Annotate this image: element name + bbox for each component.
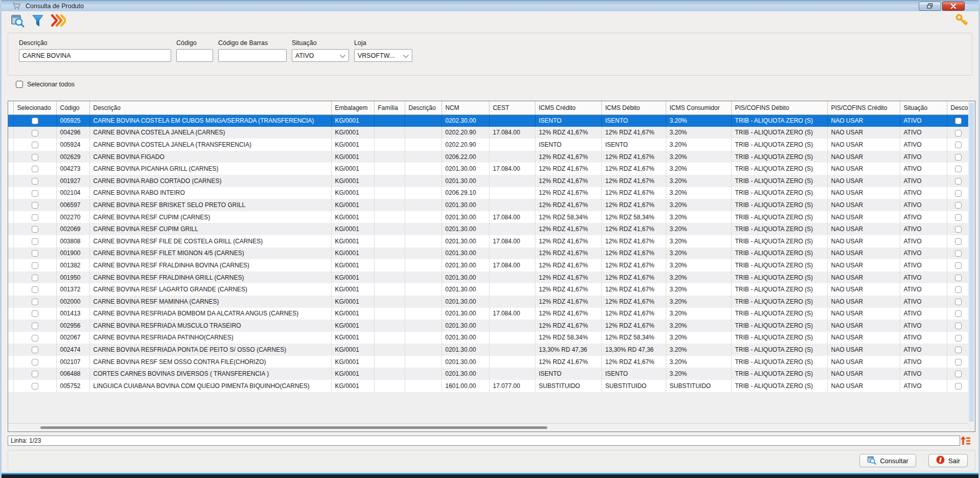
table-row[interactable]: 005752LINGUICA CUIABANA BOVINA COM QUEIJ… xyxy=(8,380,969,392)
descontinuado-checkbox[interactable] xyxy=(955,142,962,148)
row-select-checkbox[interactable] xyxy=(32,275,38,281)
situacao-select[interactable]: ATIVO xyxy=(292,49,349,62)
descontinuado-checkbox[interactable] xyxy=(955,286,962,293)
table-row[interactable]: 002956CARNE BOVINA RESFRIADA MUSCULO TRA… xyxy=(8,320,969,332)
row-select-checkbox[interactable] xyxy=(32,142,38,148)
key-button[interactable] xyxy=(954,13,969,29)
table-row[interactable]: 002629CARNE BOVINA FIGADOKG/00010206.22.… xyxy=(8,151,969,163)
descontinuado-checkbox[interactable] xyxy=(955,299,962,305)
consultar-button[interactable]: Consultar xyxy=(859,454,916,467)
table-row[interactable]: 002107CARNE BOVINA RESF SEM OSSO CONTRA … xyxy=(8,356,969,368)
restore-button[interactable] xyxy=(919,2,941,11)
descontinuado-checkbox[interactable] xyxy=(955,214,962,221)
descricao-input[interactable] xyxy=(19,49,171,62)
descontinuado-checkbox[interactable] xyxy=(955,323,962,329)
descontinuado-checkbox[interactable] xyxy=(955,166,962,172)
column-header-0[interactable]: Selecionado xyxy=(13,101,56,115)
vertical-scrollbar[interactable] xyxy=(968,102,974,423)
descontinuado-checkbox[interactable] xyxy=(955,310,962,317)
descontinuado-checkbox[interactable] xyxy=(955,238,962,245)
row-select-checkbox[interactable] xyxy=(32,226,38,233)
descontinuado-checkbox[interactable] xyxy=(955,335,962,342)
descontinuado-checkbox[interactable] xyxy=(955,250,962,257)
column-header-3[interactable]: Embalagem xyxy=(331,101,374,115)
scroll-top-button[interactable] xyxy=(960,435,971,446)
row-select-checkbox[interactable] xyxy=(32,371,38,377)
descontinuado-checkbox[interactable] xyxy=(955,275,962,281)
table-row[interactable]: 001950CARNE BOVINA RESF FRALDINHA GRILL … xyxy=(8,271,969,284)
table-row[interactable]: 001927CARNE BOVINA RABO CORTADO (CARNES)… xyxy=(8,175,969,187)
close-button[interactable] xyxy=(942,2,965,11)
table-row[interactable]: 002104CARNE BOVINA RABO INTEIROKG/000102… xyxy=(8,187,969,199)
horizontal-scrollbar-thumb[interactable] xyxy=(40,426,547,429)
row-select-checkbox[interactable] xyxy=(32,335,38,342)
column-header-1[interactable]: Código xyxy=(56,101,89,115)
table-row[interactable]: 004296CARNE BOVINA COSTELA JANELA (CARNE… xyxy=(8,127,969,139)
column-header-13[interactable]: Situação xyxy=(900,101,947,115)
vertical-scrollbar-thumb[interactable] xyxy=(969,103,974,422)
row-select-checkbox[interactable] xyxy=(32,238,38,245)
descontinuado-checkbox[interactable] xyxy=(955,178,962,185)
descontinuado-checkbox[interactable] xyxy=(955,190,962,197)
table-row[interactable]: 001413CARNE BOVINA RESFRIADA BOMBOM DA A… xyxy=(8,308,969,320)
table-row[interactable]: 005924CARNE BOVINA COSTELA JANELA (TRANS… xyxy=(8,139,969,151)
sair-button[interactable]: Sair xyxy=(928,454,968,467)
table-row[interactable]: 002270CARNE BOVINA RESF CUPIM (CARNES)KG… xyxy=(8,211,969,223)
codigo-input[interactable] xyxy=(176,49,213,62)
row-select-checkbox[interactable] xyxy=(32,154,38,161)
descontinuado-checkbox[interactable] xyxy=(955,202,962,209)
table-row[interactable]: 006597CARNE BOVINA RESF BRISKET SELO PRE… xyxy=(8,199,969,211)
table-row[interactable]: 001382CARNE BOVINA RESF FRALDINHA BOVINA… xyxy=(8,259,969,271)
column-header-10[interactable]: ICMS Consumidor xyxy=(666,101,731,115)
search-form-button[interactable] xyxy=(10,14,25,29)
column-header-11[interactable]: PIS/COFINS Débito xyxy=(731,101,827,115)
column-header-4[interactable]: Família xyxy=(374,101,405,115)
table-row[interactable]: 005925CARNE BOVINA COSTELA EM CUBOS MING… xyxy=(8,115,969,127)
loja-select[interactable]: VRSOFTW... xyxy=(354,49,412,62)
descontinuado-checkbox[interactable] xyxy=(955,371,962,377)
row-select-checkbox[interactable] xyxy=(32,118,38,124)
descontinuado-checkbox[interactable] xyxy=(955,130,962,136)
column-header-5[interactable]: Descrição xyxy=(405,101,441,115)
row-select-checkbox[interactable] xyxy=(32,130,38,136)
row-select-checkbox[interactable] xyxy=(32,286,38,293)
column-header-14[interactable]: Descontinua xyxy=(947,101,969,115)
table-row[interactable]: 002000CARNE BOVINA RESF MAMINHA (CARNES)… xyxy=(8,295,969,308)
descontinuado-checkbox[interactable] xyxy=(955,347,962,353)
table-row[interactable]: 001372CARNE BOVINA RESF LAGARTO GRANDE (… xyxy=(8,283,969,295)
row-select-checkbox[interactable] xyxy=(32,190,38,197)
descontinuado-checkbox[interactable] xyxy=(955,154,962,161)
horizontal-scrollbar[interactable] xyxy=(9,423,968,431)
row-select-checkbox[interactable] xyxy=(32,178,38,185)
column-header-6[interactable]: NCM xyxy=(441,101,489,115)
table-row[interactable]: 003808CARNE BOVINA RESF FILE DE COSTELA … xyxy=(8,235,969,247)
table-row[interactable]: 002069CARNE BOVINA RESF CUPIM GRILLKG/00… xyxy=(8,223,969,235)
titlebar[interactable]: Consulta de Produto xyxy=(0,0,980,11)
column-header-2[interactable]: Descrição xyxy=(89,101,331,115)
column-header-8[interactable]: ICMS Crédito xyxy=(535,101,601,115)
table-row[interactable]: 001900CARNE BOVINA RESF FILET MIGNON 4/5… xyxy=(8,247,969,260)
descontinuado-checkbox[interactable] xyxy=(955,359,962,366)
table-row[interactable]: 004273CARNE BOVINA PICANHA GRILL (CARNES… xyxy=(8,163,969,175)
descontinuado-checkbox[interactable] xyxy=(955,118,962,124)
fast-forward-button[interactable] xyxy=(51,14,66,29)
column-header-12[interactable]: PIS/COFINS Crédito xyxy=(827,101,900,115)
filter-button[interactable] xyxy=(30,14,45,29)
column-header-7[interactable]: CEST xyxy=(489,101,535,115)
row-select-checkbox[interactable] xyxy=(32,166,38,172)
row-select-checkbox[interactable] xyxy=(32,262,38,269)
descontinuado-checkbox[interactable] xyxy=(955,262,962,269)
table-row[interactable]: 002067CARNE BOVINA RESFRIADA PATINHO(CAR… xyxy=(8,332,969,344)
row-select-checkbox[interactable] xyxy=(32,310,38,317)
descontinuado-checkbox[interactable] xyxy=(955,226,962,233)
row-select-checkbox[interactable] xyxy=(32,214,38,221)
row-select-checkbox[interactable] xyxy=(32,323,38,329)
column-header-9[interactable]: ICMS Débito xyxy=(601,101,666,115)
row-select-checkbox[interactable] xyxy=(32,202,38,209)
table-row[interactable]: 002474CARNE BOVINA RESFRIADA PONTA DE PE… xyxy=(8,344,969,356)
descontinuado-checkbox[interactable] xyxy=(955,383,962,390)
row-select-checkbox[interactable] xyxy=(32,359,38,366)
row-select-checkbox[interactable] xyxy=(32,250,38,257)
row-select-checkbox[interactable] xyxy=(32,347,38,353)
row-select-checkbox[interactable] xyxy=(32,299,38,305)
